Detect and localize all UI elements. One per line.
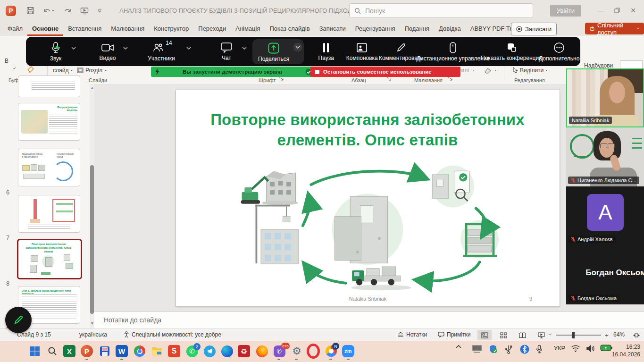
section-menu[interactable]: Розділ [77,67,108,74]
participants-options-chevron[interactable] [186,47,191,50]
zoom-remote-control-button[interactable]: Дистанционное управление [422,40,484,64]
thumbnail-slide-7[interactable]: Традиційний підхід в проєктуванні Рецирк… [18,149,80,186]
usb-tray-icon[interactable] [505,345,512,354]
zoom-more-button[interactable]: Дополнительно [540,40,578,64]
windows-security-icon[interactable] [489,345,497,354]
close-button[interactable]: ✕ [625,3,641,17]
participant-video-4[interactable]: Богдан Оксьома Богдан Оксьома [566,245,644,304]
tray-chevron-icon[interactable] [456,345,461,348]
paragraph-dialog-launcher[interactable] [387,76,391,81]
slide-sorter-view-button[interactable] [496,330,510,340]
notes-pane[interactable]: Нотатки до слайда [94,311,644,329]
firefox-icon[interactable] [255,345,268,358]
zoom-app-icon[interactable]: zm [342,345,354,357]
powerpoint-taskbar-icon[interactable]: P [81,345,93,357]
tab-insert[interactable]: Вставлення [63,21,106,36]
notes-placeholder[interactable]: Нотатки до слайда [104,316,161,324]
reading-view-button[interactable] [515,330,529,340]
telegram-icon[interactable] [203,345,216,358]
slide-editor-area[interactable]: Повторне використання залізобетонних еле… [94,84,644,311]
thumbnail-slide-9-selected[interactable]: Повторне використання залізобетонних еле… [17,239,82,279]
thumbnail-slide-5[interactable] [18,76,80,97]
tab-help[interactable]: Довідка [434,21,466,36]
zoom-level[interactable]: 64% [613,331,625,338]
bluetooth-tray-icon[interactable] [520,345,529,354]
zoom-participants-button[interactable]: 14 Участники [144,40,179,64]
battery-tray-icon[interactable] [600,345,612,351]
comments-toggle[interactable]: Примітки [438,331,470,338]
notes-toggle[interactable]: Нотатки [397,331,427,338]
tab-transitions[interactable]: Переходи [193,21,231,36]
accessibility-checker[interactable]: Спеціальні можливості: усе добре [124,331,221,338]
red-swirl-app-icon[interactable]: ♻ [238,345,250,357]
save-icon[interactable] [26,7,34,15]
zoom-video-button[interactable]: Видео [90,40,125,63]
zoom-in-button[interactable]: ＋ [604,331,610,339]
stop-share-button[interactable]: Остановить совместное использование [310,67,460,77]
tab-home[interactable]: Основне [27,21,63,36]
font-dialog-launcher[interactable] [279,76,284,81]
participant-video-1[interactable]: Nataliia Sribniak [566,68,644,127]
zoom-out-button[interactable]: − [548,331,552,338]
redo-icon[interactable] [63,7,72,15]
undo-icon[interactable] [43,7,55,15]
sign-in-button[interactable]: Увійти [550,5,581,17]
zoom-annotation-fab[interactable] [5,307,32,333]
format-painter-icon[interactable] [26,65,35,74]
scroll-down-arrow[interactable]: ▼ [90,321,94,326]
file-explorer-icon[interactable] [151,345,164,358]
share-options-chevron[interactable] [293,43,302,51]
display-tray-icon[interactable] [472,345,482,353]
start-slideshow-icon[interactable] [80,7,89,15]
search-input[interactable]: Пошук [349,3,533,18]
video-options-chevron[interactable] [123,47,128,50]
chat-options-chevron[interactable] [242,47,247,50]
tab-design[interactable]: Конструктор [149,21,193,36]
new-slide-menu[interactable]: слайд [53,67,74,74]
slide-illustration[interactable] [221,161,514,293]
taskbar-clock[interactable]: 16:23 16.04.2026 [612,343,640,358]
edge-icon[interactable] [220,345,234,358]
paste-button-partial[interactable]: В [5,58,8,64]
participant-video-3[interactable]: А Андрій Халєєв [566,186,644,245]
volume-tray-icon[interactable] [586,345,595,353]
audio-options-chevron[interactable] [71,47,76,50]
opera-icon[interactable] [307,345,320,358]
customize-qat-icon[interactable] [97,8,102,13]
tab-slideshow[interactable]: Показ слайдів [265,21,314,36]
zoom-slider-track[interactable] [556,335,601,336]
thumbnail-slide-6[interactable]: Рециркулярна модель [18,103,80,141]
tab-file[interactable]: Файл [3,21,27,36]
language-indicator[interactable]: УКР [551,345,568,352]
tab-review[interactable]: Рецензування [351,21,400,36]
tab-animations[interactable]: Анімація [231,21,265,36]
participant-video-2[interactable]: Циганенко Людмила С... [566,127,644,186]
zoom-slider-thumb[interactable] [572,332,575,338]
eraser-icon[interactable] [484,67,498,74]
tab-view[interactable]: Подання [400,21,434,36]
scroll-up-arrow[interactable]: ▲ [90,85,94,90]
zoom-pause-button[interactable]: Пауза [309,40,343,63]
drawing-dialog-launcher[interactable] [448,76,452,81]
taskbar-search-icon[interactable] [46,345,59,358]
zoom-audio-button[interactable]: Звук [38,40,73,64]
sumatra-icon[interactable]: S [168,345,180,357]
tab-record[interactable]: Записати [315,21,351,36]
record-button[interactable]: Записати [511,23,557,35]
zoom-annotate-button[interactable]: Комментировать [380,40,421,63]
fit-to-window-button[interactable] [629,330,644,340]
slide-title[interactable]: Повторне використання залізобетонних еле… [202,110,533,151]
slide-canvas[interactable]: Повторне використання залізобетонних еле… [176,90,560,307]
normal-view-button[interactable] [477,330,492,340]
thumbnail-slide-8[interactable] [18,195,80,233]
zoom-chat-button[interactable]: Чат [209,40,244,63]
word-icon[interactable]: W [116,345,128,357]
addins-label[interactable]: Надбудови [584,62,613,69]
share-button[interactable]: Спільний доступ [585,23,644,34]
minimize-button[interactable]: — [593,3,609,17]
wifi-tray-icon[interactable] [571,345,580,352]
language-indicator[interactable]: українська [79,331,107,338]
thumbnail-scrollbar-thumb[interactable] [90,165,94,314]
microphone-tray-icon[interactable] [536,345,543,354]
zoom-share-button[interactable]: Поделиться [255,41,292,63]
